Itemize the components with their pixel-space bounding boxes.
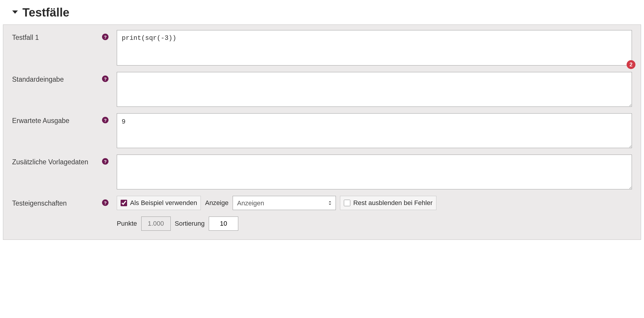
section-title: Testfälle	[22, 6, 69, 19]
hide-rest-label: Rest ausblenden bei Fehler	[353, 199, 433, 207]
help-icon[interactable]: ?	[102, 117, 109, 123]
display-select[interactable]: Anzeigen	[233, 196, 336, 210]
row-stdin: Standardeingabe ?	[12, 72, 632, 108]
points-label: Punkte	[117, 220, 137, 227]
label-stdin: Standardeingabe	[12, 72, 102, 83]
hide-rest-checkbox[interactable]	[344, 200, 350, 206]
help-icon[interactable]: ?	[102, 76, 109, 82]
hide-rest-group[interactable]: Rest ausblenden bei Fehler	[340, 196, 436, 210]
testcases-panel: Testfall 1 ? print(sqr(-3)) 2 Standardei…	[3, 24, 641, 240]
stdin-input[interactable]	[117, 72, 632, 107]
use-as-example-group[interactable]: Als Beispiel verwenden	[117, 196, 201, 210]
label-extra: Zusätzliche Vorlagedaten	[12, 155, 102, 166]
label-testcase: Testfall 1	[12, 30, 102, 42]
display-label: Anzeige	[205, 199, 229, 207]
chevron-down-icon[interactable]	[12, 9, 18, 17]
help-icon[interactable]: ?	[102, 34, 109, 40]
points-input[interactable]	[141, 217, 171, 231]
row-extra: Zusätzliche Vorlagedaten ?	[12, 155, 632, 191]
row-props: Testeigenschaften ? Als Beispiel verwend…	[12, 196, 632, 231]
section-header: Testfälle	[0, 0, 644, 24]
issue-count-badge[interactable]: 2	[627, 60, 635, 69]
order-input[interactable]	[209, 217, 238, 231]
help-icon[interactable]: ?	[102, 158, 109, 165]
row-expected: Erwartete Ausgabe ? 9	[12, 113, 632, 149]
expected-output-input[interactable]: 9	[117, 113, 632, 148]
label-expected: Erwartete Ausgabe	[12, 113, 102, 125]
order-label: Sortierung	[175, 220, 205, 227]
extra-template-data-input[interactable]	[117, 155, 632, 189]
help-icon[interactable]: ?	[102, 199, 109, 206]
testcase-input[interactable]: print(sqr(-3))	[117, 30, 632, 65]
use-as-example-checkbox[interactable]	[121, 200, 127, 206]
use-as-example-label: Als Beispiel verwenden	[130, 199, 197, 207]
label-props: Testeigenschaften	[12, 196, 102, 207]
row-testcase: Testfall 1 ? print(sqr(-3)) 2	[12, 30, 632, 67]
